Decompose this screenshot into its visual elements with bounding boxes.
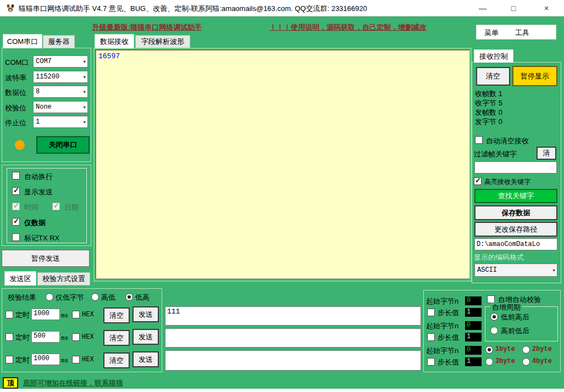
baud-rate-select[interactable]: 115200▼ <box>33 71 88 83</box>
low-first-high-last-radio[interactable] <box>490 313 498 321</box>
step-value-3[interactable]: 1 <box>465 357 482 366</box>
byte-4-radio[interactable] <box>522 358 530 366</box>
tab-checksum-settings[interactable]: 校验方式设置 <box>37 272 90 285</box>
timer-interval-input-1[interactable]: 1000 <box>31 309 60 320</box>
stop-bits-select[interactable]: 1▼ <box>33 116 88 128</box>
high-first-low-last-label: 高前低后 <box>501 326 529 336</box>
encoding-select[interactable]: ASCII▼ <box>474 264 557 277</box>
byte-3-radio[interactable] <box>485 358 493 366</box>
footer-link[interactable]: 底部可增加在线链接，联系猫猫 <box>23 378 123 388</box>
step-checkbox-1[interactable] <box>427 309 435 316</box>
start-byte-value-2[interactable]: 0 <box>465 321 482 330</box>
mark-txrx-checkbox[interactable] <box>12 233 20 241</box>
checksum-low-high-label: 低高 <box>135 293 150 303</box>
change-save-path-button[interactable]: 更改保存路径 <box>474 222 557 237</box>
highlight-keyword-checkbox[interactable] <box>474 177 482 185</box>
step-checkbox-2[interactable] <box>427 333 435 341</box>
byte-2-radio[interactable] <box>522 346 530 354</box>
timer-interval-input-2[interactable]: 500 <box>31 331 60 343</box>
high-first-low-last-radio[interactable] <box>490 327 498 334</box>
tab-data-receive[interactable]: 数据接收 <box>95 34 134 48</box>
maximize-button[interactable]: □ <box>498 0 529 16</box>
help-link[interactable]: ！！！使用说明，源码获取，自己定制，增删减改 <box>269 23 427 32</box>
send-text-input-3[interactable] <box>165 350 421 371</box>
send-button-2[interactable]: 发送 <box>132 329 159 345</box>
filter-clear-button[interactable]: 清 <box>537 147 556 160</box>
clear-send-button-3[interactable]: 清空 <box>103 352 130 368</box>
close-port-button[interactable]: 关闭串口 <box>36 136 90 154</box>
value: 1 <box>467 357 471 365</box>
com-port-label: COM口 <box>5 58 29 68</box>
tab-com-serial[interactable]: COM串口 <box>3 34 42 48</box>
hex-label-2: HEX <box>82 333 94 341</box>
step-value-2[interactable]: 1 <box>465 333 482 341</box>
com-port-select[interactable]: COM7▼ <box>33 55 88 68</box>
date-checkbox[interactable] <box>52 203 60 210</box>
checksum-low-high-radio[interactable] <box>125 293 133 301</box>
timer-interval-input-3[interactable]: 1000 <box>31 354 60 365</box>
data-bits-value: 8 <box>36 88 40 96</box>
auto-increment-check-checkbox[interactable] <box>487 295 495 303</box>
send-button-3[interactable]: 发送 <box>132 351 159 367</box>
find-keyword-button[interactable]: 查找关键字 <box>474 189 557 203</box>
time-checkbox[interactable] <box>12 203 20 210</box>
clear-send-button-2[interactable]: 清空 <box>103 330 130 346</box>
checksum-low-byte-radio[interactable] <box>46 293 53 301</box>
auto-clear-receive-checkbox[interactable] <box>475 136 483 144</box>
step-value-1[interactable]: 1 <box>465 308 482 317</box>
clear-send-button-1[interactable]: 清空 <box>103 307 130 323</box>
clear-receive-button[interactable]: 清空 <box>476 67 510 86</box>
save-path-box: D:\amaoComDataLo <box>474 238 557 250</box>
chevron-down-icon: ▼ <box>83 75 86 80</box>
checksum-high-low-radio[interactable] <box>91 293 99 301</box>
tab-label: 数据接收 <box>100 37 129 47</box>
tab-receive-control[interactable]: 接收控制 <box>474 49 513 63</box>
send-text-input-1[interactable]: 111 <box>165 306 421 326</box>
timer-checkbox-3[interactable] <box>5 356 13 363</box>
stat-value: 1 <box>499 89 502 98</box>
menu-bar: 菜单 工具 <box>476 25 556 40</box>
timer-checkbox-1[interactable] <box>5 311 13 318</box>
filter-keyword-input[interactable] <box>474 161 557 173</box>
data-only-checkbox[interactable] <box>12 218 20 226</box>
stat-rx-bytes: 收字节 5 <box>475 98 502 108</box>
parity-label: 校验位 <box>5 103 26 113</box>
minimize-button[interactable]: — <box>467 0 498 16</box>
upgrade-link[interactable]: 升级最新版:猫猫串口网络调试助手 <box>92 23 202 32</box>
hex-checkbox-1[interactable] <box>72 311 80 318</box>
tab-label: 服务器 <box>48 37 70 47</box>
scroll-top-button[interactable]: 顶 <box>3 377 18 389</box>
start-byte-value-1[interactable]: 0 <box>465 296 482 305</box>
tab-server[interactable]: 服务器 <box>43 35 75 48</box>
show-send-checkbox[interactable] <box>12 187 20 195</box>
data-bits-select[interactable]: 8▼ <box>33 86 88 98</box>
checksum-high-low-label: 高低 <box>101 293 115 303</box>
com-port-value: COM7 <box>36 58 52 65</box>
pause-display-button[interactable]: 暂停显示 <box>512 66 557 86</box>
menu-item-tools[interactable]: 工具 <box>515 28 529 38</box>
receive-text: 16597 <box>98 52 120 60</box>
hex-checkbox-2[interactable] <box>72 333 80 341</box>
start-byte-value-3[interactable]: 0 <box>465 346 482 355</box>
parity-select[interactable]: None▼ <box>33 101 88 113</box>
timer-checkbox-2[interactable] <box>5 333 13 341</box>
byte-1-radio[interactable] <box>485 346 493 354</box>
ms-label-3: ms <box>61 357 68 364</box>
tab-send-area[interactable]: 发送区 <box>4 271 36 285</box>
show-send-label: 显示发送 <box>24 187 53 197</box>
send-button-1[interactable]: 发送 <box>132 306 159 322</box>
receive-textarea[interactable]: 16597 <box>95 49 470 279</box>
send-text-input-2[interactable] <box>165 328 421 348</box>
encoding-format-label: 显示的编码格式 <box>474 253 524 262</box>
increment-cycle-label: 自增周期 <box>490 303 522 312</box>
tab-field-parse-waveform[interactable]: 字段解析波形 <box>135 35 190 48</box>
close-button[interactable]: × <box>529 0 564 16</box>
stat-rx-frames: 收帧数 1 <box>475 89 502 99</box>
step-checkbox-3[interactable] <box>427 358 435 366</box>
auto-newline-checkbox[interactable] <box>12 172 20 180</box>
hex-checkbox-3[interactable] <box>72 356 80 363</box>
save-data-button[interactable]: 保存数据 <box>474 205 557 220</box>
pause-send-button[interactable]: 暂停发送 <box>2 250 90 267</box>
menu-item-menu[interactable]: 菜单 <box>484 28 499 38</box>
data-bits-label: 数据位 <box>5 88 26 98</box>
